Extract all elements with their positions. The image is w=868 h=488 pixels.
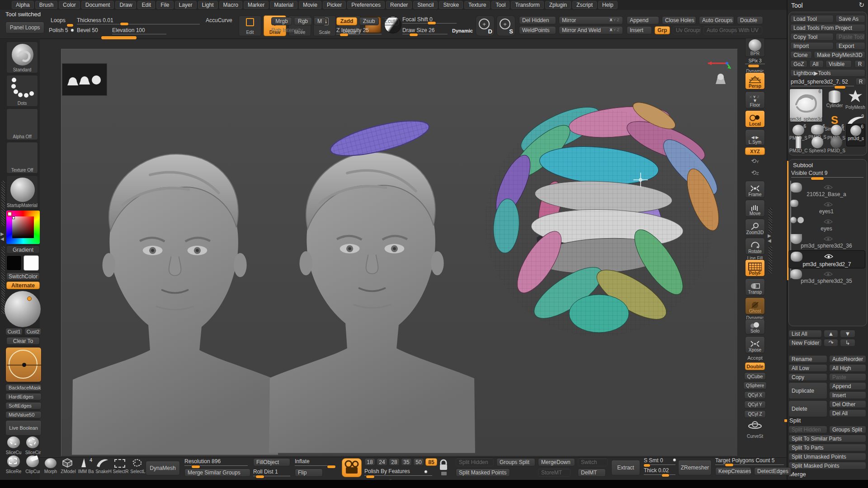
grp-button[interactable]: Grp <box>655 26 670 34</box>
selectlasso-brush-thumb[interactable] <box>130 457 144 468</box>
append-subtool-button[interactable]: Append <box>829 382 866 390</box>
size-28-button[interactable]: 28 <box>389 458 400 466</box>
menu-render[interactable]: Render <box>386 1 412 9</box>
rotate-camera-button[interactable]: Rotate <box>745 238 765 255</box>
subtool-item-eyes[interactable]: eyes <box>788 216 864 232</box>
s-smt-handle[interactable] <box>644 464 650 467</box>
curvest-button[interactable]: CurveSt <box>745 420 765 440</box>
shelf-divider-hatch-bottom[interactable] <box>769 246 772 273</box>
size-85-button[interactable]: 85 <box>425 458 437 466</box>
selectrect-brush-thumb[interactable] <box>113 458 127 468</box>
inflate-slider-handle[interactable] <box>327 465 335 468</box>
accucurve-label[interactable]: AccuCurve <box>206 17 236 23</box>
rename-button[interactable]: Rename <box>788 355 827 363</box>
sculpt-head-center[interactable] <box>269 114 475 453</box>
polyf-button[interactable]: PolyF <box>745 259 765 277</box>
shelf-divider-hatch-top[interactable] <box>769 208 772 233</box>
zadd-button[interactable]: Zadd <box>336 17 357 25</box>
del-hidden-button[interactable]: Del Hidden <box>519 16 556 24</box>
frame-button[interactable]: Frame <box>745 181 765 198</box>
clone-button[interactable]: Clone <box>790 51 812 59</box>
floor-button[interactable]: XYZ ▼ Floor <box>745 91 765 108</box>
auto-groups-button[interactable]: Auto Groups <box>699 16 734 24</box>
load-tools-from-project-button[interactable]: Load Tools From Project <box>790 24 865 32</box>
eye-icon[interactable] <box>824 202 833 207</box>
secondary-color-swatch[interactable] <box>24 255 39 271</box>
split-to-similar-parts-button[interactable]: Split To Similar Parts <box>788 435 866 442</box>
save-as-button[interactable]: Save As <box>835 15 865 23</box>
sidebar-divider-hatch-top[interactable] <box>1 181 5 226</box>
imm-brush-thumb[interactable]: 4 <box>78 457 92 468</box>
eye-icon[interactable] <box>824 272 833 277</box>
paste-button[interactable]: Paste <box>829 373 866 381</box>
shelf-divider-arrows[interactable]: ▶◀ <box>768 233 771 243</box>
live-boolean-button[interactable]: Live Boolean <box>5 420 42 436</box>
material-picker[interactable]: StartupMaterial <box>6 175 38 209</box>
split-hidden-bottom-button[interactable]: Split Hidden <box>456 458 494 466</box>
lock-camera-button[interactable] <box>438 458 451 478</box>
draw-size-slider-handle[interactable] <box>410 33 418 36</box>
snakehook-brush-thumb[interactable] <box>95 457 110 468</box>
menu-material[interactable]: Material <box>270 1 297 9</box>
main-color-swatch[interactable] <box>6 255 22 271</box>
close-holes-button[interactable]: Close Holes <box>662 16 696 24</box>
groups-split-bottom-button[interactable]: Groups Split <box>496 458 535 466</box>
solo-button[interactable]: Solo <box>745 319 765 334</box>
move-camera-button[interactable]: Move <box>745 200 765 217</box>
thickness-slider-handle[interactable] <box>120 23 128 25</box>
eye-icon[interactable] <box>824 185 833 190</box>
autoreorder-button[interactable]: AutoReorder <box>829 355 866 363</box>
mrgb-button[interactable]: Mrgb <box>271 17 292 25</box>
uv-groups-button[interactable]: Uv Groups <box>673 26 701 34</box>
cust2-button[interactable]: Cust2 <box>24 328 42 335</box>
subtool-item-eyes1[interactable]: eyes1 <box>788 199 864 215</box>
list-all-button[interactable]: List All <box>788 330 822 338</box>
mergedown-button[interactable]: MergeDown <box>538 458 575 466</box>
split-unmasked-points-button[interactable]: Split Unmasked Points <box>788 453 866 460</box>
rgb-intensity-slider[interactable]: Rgb Intensity <box>271 27 303 33</box>
roll-dist-slider-handle[interactable] <box>256 475 264 478</box>
menu-transform[interactable]: Transform <box>511 1 543 9</box>
switchcolor-button[interactable]: SwitchColor <box>6 272 40 280</box>
make-polymesh3d-button[interactable]: Make PolyMesh3D <box>814 51 865 59</box>
z-intensity-slider-handle[interactable] <box>340 33 348 36</box>
insert-button[interactable]: Insert <box>627 26 652 34</box>
flip-button[interactable]: Flip <box>295 469 323 477</box>
eye-icon[interactable] <box>824 236 833 242</box>
duplicate-button[interactable]: Duplicate <box>788 382 827 399</box>
movie-record-button[interactable] <box>342 458 362 477</box>
target-polygons-handle[interactable] <box>725 464 733 466</box>
active-tool-slider[interactable]: pm3d_sphere3d2_7. 52 <box>791 79 854 86</box>
thick-slider[interactable]: Thick 0.02 <box>644 467 675 475</box>
menu-zscript[interactable]: Zscript <box>572 1 597 9</box>
all-button[interactable]: All <box>809 60 824 68</box>
dynamic-label[interactable]: Dynamic <box>452 28 473 33</box>
zoom3d-button[interactable]: Zoom3D <box>745 219 765 236</box>
qcube-button[interactable]: QCube <box>744 372 766 380</box>
menu-color[interactable]: Color <box>59 1 80 9</box>
texture-picker[interactable]: Texture Off <box>6 142 38 174</box>
menu-help[interactable]: Help <box>598 1 618 9</box>
mirror-button[interactable]: Mirror XYZ <box>559 16 623 24</box>
polish-by-features-slider[interactable]: Polish By Features <box>364 468 432 476</box>
elevation-slider-handle[interactable] <box>101 36 137 39</box>
morph-brush-thumb[interactable] <box>43 458 58 468</box>
menu-stroke[interactable]: Stroke <box>439 1 463 9</box>
qcylz-button[interactable]: QCyl Z <box>744 410 766 418</box>
move-up-button[interactable]: ▲ <box>824 330 838 338</box>
inflate-slider[interactable]: Inflate <box>295 458 335 466</box>
auto-groups-with-uv-button[interactable]: Auto Groups With UV <box>703 26 762 34</box>
move-to-top-button[interactable]: ↷ <box>824 339 838 347</box>
clear-to-button[interactable]: Clear To <box>6 337 40 345</box>
size-24-button[interactable]: 24 <box>377 458 387 466</box>
del-other-button[interactable]: Del Other <box>829 400 866 408</box>
keepcreases-button[interactable]: KeepCreases <box>715 467 751 475</box>
alpha-picker[interactable]: Alpha Off <box>6 108 38 140</box>
xyz-button[interactable]: XYZ <box>745 147 765 155</box>
lightbox-tools-button[interactable]: Lightbox▶Tools <box>790 69 865 77</box>
polish-by-features-radio[interactable] <box>424 470 428 474</box>
menu-tool[interactable]: Tool <box>491 1 509 9</box>
tool-thumb-grid2-2[interactable]: PM3D_S <box>827 136 845 155</box>
move-down-button[interactable]: ▼ <box>840 330 855 338</box>
menu-document[interactable]: Document <box>81 1 114 9</box>
